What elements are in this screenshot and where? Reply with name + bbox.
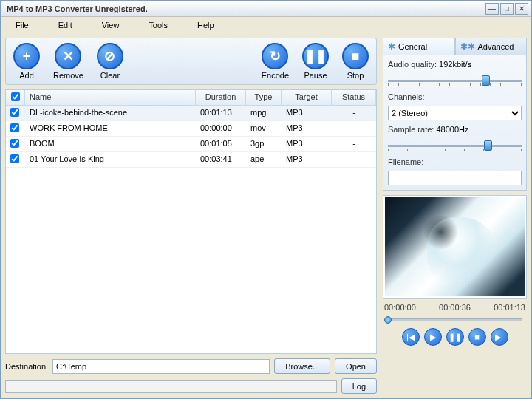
slider-thumb[interactable] bbox=[484, 140, 492, 151]
prev-button[interactable]: |◀ bbox=[402, 328, 420, 346]
menu-view[interactable]: View bbox=[102, 21, 120, 30]
row-type: mpg bbox=[246, 106, 282, 120]
maximize-button[interactable]: □ bbox=[500, 3, 514, 15]
destination-input[interactable] bbox=[52, 359, 270, 374]
remove-label: Remove bbox=[53, 71, 83, 80]
row-type: ape bbox=[246, 152, 282, 167]
left-pane: + Add ✕ Remove ⊘ Clear ↻ bbox=[5, 38, 377, 394]
progress-row: Log bbox=[5, 378, 377, 394]
header-status[interactable]: Status bbox=[332, 90, 376, 105]
row-status: - bbox=[332, 152, 376, 167]
preview-image bbox=[385, 197, 525, 296]
play-stop-button[interactable]: ■ bbox=[468, 328, 486, 346]
toolbar-group-encode: ↻ Encode ❚❚ Pause ■ Stop bbox=[262, 43, 369, 80]
gear-icon: ✱ bbox=[388, 41, 395, 52]
list-body: DL-icoke-behind-the-scene00:01:13mpgMP3-… bbox=[6, 106, 376, 353]
row-status: - bbox=[332, 137, 376, 151]
pause-icon: ❚❚ bbox=[302, 43, 329, 69]
menu-edit[interactable]: Edit bbox=[58, 21, 72, 30]
sample-label: Sample rate: bbox=[388, 125, 434, 134]
table-row[interactable]: BOOM00:01:053gpMP3- bbox=[6, 137, 376, 152]
pause-label: Pause bbox=[304, 71, 327, 80]
row-checkbox[interactable] bbox=[10, 123, 19, 132]
header-type[interactable]: Type bbox=[246, 90, 282, 105]
x-icon: ✕ bbox=[55, 43, 81, 69]
no-icon: ⊘ bbox=[97, 43, 123, 69]
add-button[interactable]: + Add bbox=[13, 43, 40, 80]
tab-advanced[interactable]: ✱✱ Advanced bbox=[455, 38, 528, 55]
slider-thumb[interactable] bbox=[482, 75, 490, 86]
window-buttons: — □ ✕ bbox=[485, 3, 528, 15]
settings-tabs: ✱ General ✱✱ Advanced bbox=[383, 38, 527, 55]
browse-button[interactable]: Browse... bbox=[274, 358, 330, 374]
add-label: Add bbox=[19, 71, 34, 80]
settings-body: Audio quality: 192kbit/s Channels: 2 (St… bbox=[383, 55, 527, 191]
destination-label: Destination: bbox=[5, 362, 48, 371]
row-name: DL-icoke-behind-the-scene bbox=[25, 106, 196, 120]
row-duration: 00:00:00 bbox=[196, 121, 246, 136]
app-window: MP4 to MP3 Converter Unregistered. — □ ✕… bbox=[0, 0, 532, 399]
right-pane: ✱ General ✱✱ Advanced Audio quality: 192… bbox=[383, 38, 527, 394]
list-header: Name Duration Type Target Status bbox=[6, 90, 376, 106]
row-checkbox[interactable] bbox=[10, 108, 19, 117]
quality-row: Audio quality: 192kbit/s bbox=[388, 60, 522, 69]
row-duration: 00:01:05 bbox=[196, 137, 246, 151]
scrub-bar[interactable] bbox=[383, 316, 527, 324]
plus-icon: + bbox=[13, 43, 40, 69]
tab-general[interactable]: ✱ General bbox=[383, 38, 455, 55]
remove-button[interactable]: ✕ Remove bbox=[53, 43, 83, 80]
row-duration: 00:03:41 bbox=[196, 152, 246, 167]
scrub-thumb[interactable] bbox=[384, 316, 392, 324]
row-checkbox[interactable] bbox=[10, 154, 19, 163]
quality-slider[interactable] bbox=[388, 73, 522, 88]
stop-icon: ■ bbox=[342, 43, 369, 69]
header-duration[interactable]: Duration bbox=[196, 90, 246, 105]
channels-label: Channels: bbox=[388, 92, 522, 101]
play-pause-button[interactable]: ❚❚ bbox=[446, 328, 464, 346]
play-button[interactable]: ▶ bbox=[424, 328, 442, 346]
table-row[interactable]: WORK FROM HOME00:00:00movMP3- bbox=[6, 121, 376, 137]
header-check[interactable] bbox=[6, 90, 25, 105]
row-target: MP3 bbox=[282, 121, 332, 136]
table-row[interactable]: DL-icoke-behind-the-scene00:01:13mpgMP3- bbox=[6, 106, 376, 121]
clear-button[interactable]: ⊘ Clear bbox=[97, 43, 123, 80]
channels-select[interactable]: 2 (Stereo) bbox=[388, 106, 522, 120]
menu-file[interactable]: File bbox=[16, 21, 29, 30]
open-button[interactable]: Open bbox=[335, 358, 377, 374]
row-target: MP3 bbox=[282, 152, 332, 167]
playback-times: 00:00:00 00:00:36 00:01:13 bbox=[383, 303, 527, 312]
row-type: mov bbox=[246, 121, 282, 136]
content: + Add ✕ Remove ⊘ Clear ↻ bbox=[1, 33, 531, 398]
select-all-checkbox[interactable] bbox=[11, 92, 20, 101]
gears-icon: ✱✱ bbox=[460, 41, 475, 52]
minimize-button[interactable]: — bbox=[485, 3, 499, 15]
menu-tools[interactable]: Tools bbox=[149, 21, 168, 30]
pause-button[interactable]: ❚❚ Pause bbox=[302, 43, 329, 80]
tab-advanced-label: Advanced bbox=[478, 42, 514, 51]
settings-panel: ✱ General ✱✱ Advanced Audio quality: 192… bbox=[383, 38, 527, 191]
header-target[interactable]: Target bbox=[282, 90, 332, 105]
preview-panel bbox=[383, 195, 527, 299]
row-name: BOOM bbox=[25, 137, 196, 151]
row-name: 01 Your Love Is King bbox=[25, 152, 196, 167]
log-button[interactable]: Log bbox=[341, 378, 377, 394]
window-title: MP4 to MP3 Converter Unregistered. bbox=[4, 4, 485, 13]
filename-input[interactable] bbox=[388, 171, 522, 185]
row-status: - bbox=[332, 121, 376, 136]
close-button[interactable]: ✕ bbox=[515, 3, 528, 15]
time-start: 00:00:00 bbox=[384, 303, 416, 312]
next-button[interactable]: ▶| bbox=[491, 328, 508, 346]
sample-slider[interactable] bbox=[388, 138, 522, 153]
tab-general-label: General bbox=[398, 42, 427, 51]
row-checkbox[interactable] bbox=[10, 139, 19, 148]
sample-value: 48000Hz bbox=[436, 125, 468, 134]
menu-help[interactable]: Help bbox=[197, 21, 214, 30]
stop-button[interactable]: ■ Stop bbox=[342, 43, 369, 80]
file-list: Name Duration Type Target Status DL-icok… bbox=[5, 89, 377, 354]
table-row[interactable]: 01 Your Love Is King00:03:41apeMP3- bbox=[6, 152, 376, 168]
row-status: - bbox=[332, 106, 376, 120]
header-name[interactable]: Name bbox=[25, 90, 196, 105]
sample-row: Sample rate: 48000Hz bbox=[388, 125, 522, 134]
encode-button[interactable]: ↻ Encode bbox=[262, 43, 289, 80]
titlebar: MP4 to MP3 Converter Unregistered. — □ ✕ bbox=[1, 1, 531, 17]
